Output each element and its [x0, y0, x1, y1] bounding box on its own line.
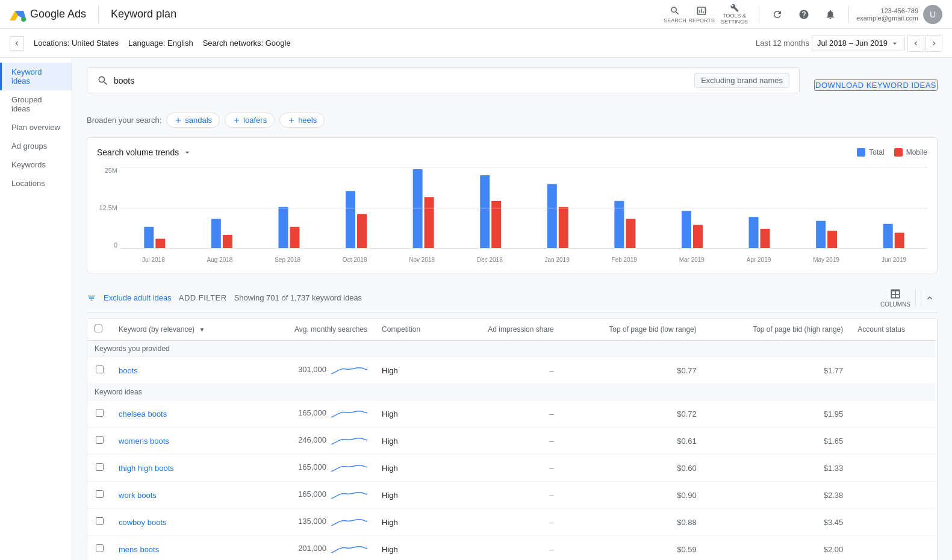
legend-mobile-label: Mobile: [906, 148, 927, 157]
account-avatar[interactable]: U: [923, 5, 942, 24]
table-row: work boots165,000High–$0.90$2.38: [87, 482, 937, 509]
high-bid-cell: $3.45: [704, 509, 851, 536]
help-button[interactable]: [793, 4, 815, 25]
add-filter-button[interactable]: ADD FILTER: [179, 293, 227, 302]
high-bid-cell: $1.33: [704, 455, 851, 482]
legend-total: Total: [857, 148, 884, 157]
row-checkbox[interactable]: [96, 490, 104, 498]
select-all-header[interactable]: [87, 319, 111, 341]
sidebar-item-ad-groups[interactable]: Ad groups: [0, 137, 72, 155]
tools-nav-button[interactable]: TOOLS &SETTINGS: [717, 4, 751, 25]
language-filter[interactable]: Language: English: [128, 39, 193, 48]
keyword-header[interactable]: Keyword (by relevance) ▼: [111, 319, 252, 341]
broaden-heels-tag[interactable]: heels: [279, 113, 325, 128]
broaden-loafers-tag[interactable]: loafers: [225, 113, 275, 128]
competition-header: Competition: [375, 319, 449, 341]
table-row: chelsea boots165,000High–$0.72$1.95: [87, 400, 937, 428]
action-divider: [915, 290, 916, 306]
columns-label: COLUMNS: [880, 301, 910, 308]
brand-filter-button[interactable]: Excluding brand names: [694, 73, 789, 88]
table-body: Keywords you providedboots301,000High–$0…: [87, 341, 937, 561]
impression-cell: –: [449, 428, 561, 455]
impression-cell: –: [449, 536, 561, 561]
date-prev-button[interactable]: [907, 35, 924, 52]
row-checkbox[interactable]: [96, 366, 104, 373]
collapse-chart-button[interactable]: [921, 290, 938, 306]
keyword-cell[interactable]: boots: [119, 366, 138, 375]
xaxis-label: Dec 2018: [477, 257, 503, 263]
account-status-cell: [850, 536, 937, 561]
refresh-button[interactable]: [767, 4, 788, 25]
high-bid-cell: $1.77: [704, 357, 851, 384]
keyword-cell[interactable]: cowboy boots: [119, 518, 167, 527]
exclude-adult-button[interactable]: Exclude adult ideas: [104, 293, 172, 302]
low-bid-cell: $0.59: [561, 536, 704, 561]
logo[interactable]: Google Ads: [10, 6, 86, 23]
svg-rect-8: [290, 227, 299, 249]
keyword-cell[interactable]: work boots: [119, 491, 157, 500]
legend-total-label: Total: [869, 148, 884, 157]
topnav-account-separator: [848, 6, 849, 23]
sidebar-item-plan-overview[interactable]: Plan overview: [0, 118, 72, 137]
yaxis-mid: 12.5M: [99, 204, 117, 211]
topnav-right: SEARCH REPORTS TOOLS &SETTINGS 123-456-7…: [664, 4, 942, 25]
download-keywords-button[interactable]: DOWNLOAD KEYWORD IDEAS: [814, 79, 938, 91]
svg-rect-12: [425, 197, 434, 249]
xaxis-label: Nov 2018: [409, 257, 435, 263]
low-bid-cell: $0.60: [561, 455, 704, 482]
row-checkbox[interactable]: [96, 517, 104, 525]
low-bid-cell: $0.88: [561, 509, 704, 536]
keyword-cell[interactable]: womens boots: [119, 437, 169, 446]
sidebar-item-keyword-ideas[interactable]: Keyword ideas: [0, 63, 72, 90]
topnav: Google Ads Keyword plan SEARCH REPORTS T…: [0, 0, 952, 29]
broaden-search-row: Broaden your search: sandals loafers hee…: [87, 113, 938, 128]
search-nav-label: SEARCH: [664, 17, 686, 23]
account-info: 123-456-789 example@gmail.com: [856, 7, 918, 22]
high-bid-cell: $1.65: [704, 428, 851, 455]
sidebar-item-keywords[interactable]: Keywords: [0, 155, 72, 174]
row-checkbox[interactable]: [96, 436, 104, 444]
keyword-cell[interactable]: thigh high boots: [119, 464, 174, 473]
select-all-checkbox[interactable]: [95, 325, 102, 332]
broaden-label: Broaden your search:: [87, 116, 161, 125]
reports-nav-button[interactable]: REPORTS: [691, 4, 712, 25]
network-label: Search networks:: [203, 39, 263, 48]
search-nav-button[interactable]: SEARCH: [664, 4, 686, 25]
row-checkbox[interactable]: [96, 463, 104, 471]
broaden-sandals-tag[interactable]: sandals: [166, 113, 220, 128]
locations-filter[interactable]: Locations: United States: [34, 39, 119, 48]
sidebar: Keyword ideas Grouped ideas Plan overvie…: [0, 58, 72, 560]
account-status-cell: [850, 509, 937, 536]
keyword-cell[interactable]: mens boots: [119, 545, 159, 554]
date-next-button[interactable]: [926, 35, 942, 52]
account-status-cell: [850, 455, 937, 482]
sidebar-toggle-button[interactable]: [10, 36, 24, 51]
svg-rect-7: [278, 207, 288, 249]
svg-rect-24: [827, 231, 837, 249]
svg-rect-9: [346, 191, 355, 249]
xaxis-label: Oct 2018: [343, 257, 367, 263]
row-checkbox[interactable]: [96, 544, 104, 552]
sidebar-item-grouped-ideas[interactable]: Grouped ideas: [0, 90, 72, 118]
legend-mobile-swatch: [894, 148, 903, 157]
columns-button[interactable]: COLUMNS: [880, 288, 910, 308]
xaxis-label: Aug 2018: [207, 257, 233, 263]
notifications-button[interactable]: [820, 4, 841, 25]
sort-icon: ▼: [199, 326, 205, 333]
xaxis-label: Jun 2019: [882, 257, 906, 263]
keyword-search-input[interactable]: [114, 76, 694, 86]
row-checkbox[interactable]: [96, 409, 104, 417]
chart-title-text: Search volume trends: [97, 148, 179, 157]
filter-row: Exclude adult ideas ADD FILTER Showing 7…: [87, 283, 938, 313]
searches-cell: 135,000: [252, 509, 375, 536]
network-filter[interactable]: Search networks: Google: [203, 39, 291, 48]
account-section[interactable]: 123-456-789 example@gmail.com U: [856, 5, 942, 24]
svg-rect-25: [883, 224, 893, 249]
competition-cell: High: [375, 482, 449, 509]
date-range-button[interactable]: Jul 2018 – Jun 2019: [812, 36, 905, 51]
chart-title-button[interactable]: Search volume trends: [97, 148, 192, 157]
keyword-cell[interactable]: chelsea boots: [119, 409, 167, 418]
xaxis-label: Sep 2018: [275, 257, 300, 263]
impression-cell: –: [449, 455, 561, 482]
sidebar-item-locations[interactable]: Locations: [0, 174, 72, 193]
